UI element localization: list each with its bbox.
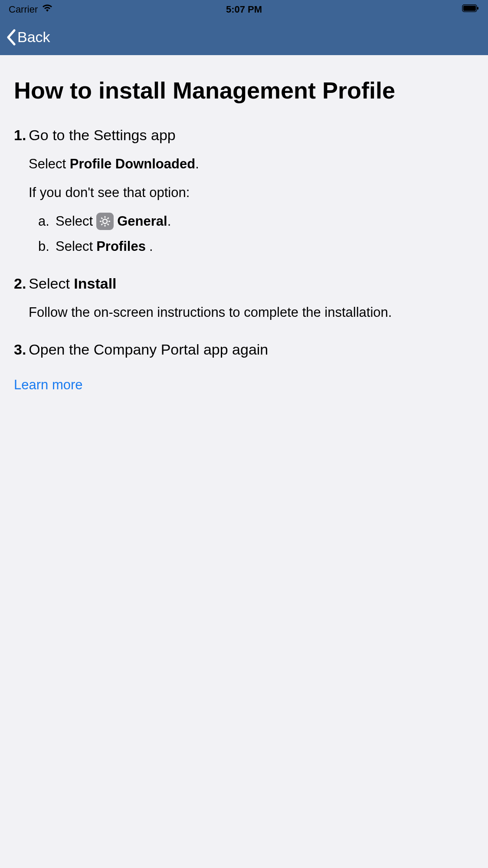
- step-1: 1. Go to the Settings app Select Profile…: [14, 125, 474, 256]
- sub-item-b: b. Select Profiles.: [38, 237, 474, 256]
- page-title: How to install Management Profile: [14, 77, 474, 104]
- step-number: 2.: [14, 274, 26, 293]
- text: Select: [56, 212, 93, 230]
- gear-icon: [96, 213, 114, 230]
- svg-rect-2: [477, 7, 478, 10]
- text: Select: [29, 156, 70, 171]
- svg-line-9: [108, 224, 109, 225]
- sub-list: a. Select: [38, 212, 474, 256]
- text-bold: General: [117, 214, 167, 229]
- step-3: 3. Open the Company Portal app again: [14, 340, 474, 359]
- status-bar: Carrier 5:07 PM: [0, 0, 488, 19]
- nav-bar: Back: [0, 19, 488, 55]
- sub-letter: a.: [38, 212, 49, 230]
- wifi-icon: [42, 4, 52, 15]
- step-title: Select Install: [29, 274, 116, 293]
- step-1-line1: Select Profile Downloaded.: [29, 155, 474, 173]
- text: .: [149, 237, 153, 256]
- step-2-body: Follow the on-screen instructions to com…: [29, 303, 474, 322]
- content: How to install Management Profile 1. Go …: [0, 55, 488, 414]
- step-2: 2. Select Install Follow the on-screen i…: [14, 274, 474, 322]
- battery-icon: [462, 4, 479, 15]
- sub-item-a: a. Select: [38, 212, 474, 230]
- status-time: 5:07 PM: [226, 4, 262, 15]
- step-title: Go to the Settings app: [29, 125, 175, 145]
- step-1-header: 1. Go to the Settings app: [14, 125, 474, 145]
- sub-content: Select: [56, 212, 171, 230]
- text: Select: [29, 275, 74, 292]
- text: .: [167, 214, 171, 229]
- step-2-text: Follow the on-screen instructions to com…: [29, 303, 474, 322]
- step-3-header: 3. Open the Company Portal app again: [14, 340, 474, 359]
- step-1-line2: If you don't see that option:: [29, 184, 474, 202]
- step-2-header: 2. Select Install: [14, 274, 474, 293]
- text-bold: Profiles: [96, 237, 146, 256]
- text: .: [195, 156, 199, 171]
- sub-content: Select Profiles.: [56, 237, 153, 256]
- svg-line-10: [102, 224, 103, 225]
- step-number: 1.: [14, 125, 26, 145]
- svg-line-8: [102, 217, 103, 219]
- back-label: Back: [17, 29, 50, 46]
- svg-line-11: [108, 217, 109, 219]
- step-number: 3.: [14, 340, 26, 359]
- learn-more-link[interactable]: Learn more: [14, 377, 474, 393]
- step-title: Open the Company Portal app again: [29, 340, 268, 359]
- sub-letter: b.: [38, 237, 49, 256]
- carrier-label: Carrier: [9, 4, 38, 15]
- status-right: [462, 4, 479, 15]
- step-1-body: Select Profile Downloaded. If you don't …: [29, 155, 474, 255]
- text: Select: [56, 237, 93, 256]
- svg-point-3: [103, 219, 107, 224]
- back-button[interactable]: Back: [6, 29, 50, 46]
- text-bold: Profile Downloaded: [70, 156, 195, 171]
- status-left: Carrier: [9, 4, 52, 15]
- text-bold: Install: [74, 275, 116, 292]
- svg-rect-1: [463, 6, 476, 11]
- chevron-left-icon: [6, 29, 16, 46]
